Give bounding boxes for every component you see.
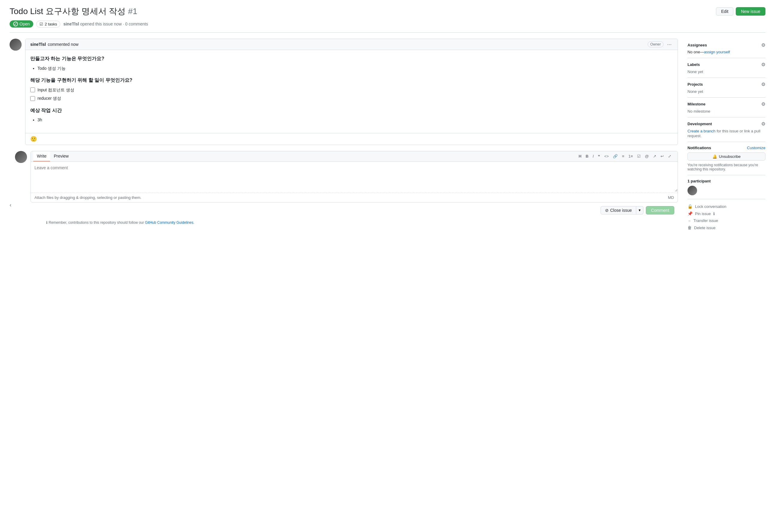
customize-notifications-button[interactable]: Customize — [747, 146, 765, 150]
milestone-value: No milestone — [688, 109, 710, 114]
comment-bullet-1: Todo 생성 기능 — [37, 65, 673, 72]
sidebar-projects-header: Projects ⚙ — [688, 81, 765, 87]
toolbar-quote[interactable]: ❝ — [596, 153, 602, 159]
open-label: Open — [19, 22, 30, 26]
checkbox-2[interactable] — [30, 96, 35, 101]
markdown-icon: MD — [668, 195, 674, 200]
development-gear-button[interactable]: ⚙ — [761, 121, 765, 127]
close-issue-label: Close issue — [610, 208, 632, 213]
assignees-gear-button[interactable]: ⚙ — [761, 42, 765, 48]
notifications-desc: You're receiving notifications because y… — [688, 163, 765, 171]
trash-icon: 🗑 — [688, 225, 692, 230]
comment-body: 만들고자 하는 기능은 무엇인가요? Todo 생성 기능 해당 기능을 구현하… — [25, 50, 678, 133]
comment-header-right: Owner ··· — [648, 41, 673, 47]
tab-preview[interactable]: Preview — [50, 151, 72, 161]
sidebar-labels-title: Labels — [688, 62, 700, 67]
transfer-issue-item[interactable]: → Transfer issue — [688, 217, 765, 224]
sidebar-development: Development ⚙ Create a branch for this i… — [688, 117, 765, 142]
sidebar-assignees-title: Assignees — [688, 43, 707, 47]
comment-author: sineTlsl — [30, 42, 46, 47]
toolbar-task-list[interactable]: ☑ — [636, 153, 642, 159]
labels-gear-button[interactable]: ⚙ — [761, 62, 765, 67]
unsubscribe-button[interactable]: 🔔 Unsubscribe — [688, 152, 765, 161]
checkbox-1-label: Input 컴포넌트 생성 — [37, 87, 74, 93]
sidebar-projects: Projects ⚙ None yet — [688, 78, 765, 98]
sidebar-development-header: Development ⚙ — [688, 121, 765, 127]
issue-number: #1 — [128, 7, 137, 16]
comment-box: sineTlsl commented now Owner ··· 만들고자 하는… — [25, 39, 678, 145]
lock-conversation-item[interactable]: 🔒 Lock conversation — [688, 203, 765, 210]
editor-wrapper: ‹ Write Preview H B I ❝ — [10, 151, 678, 225]
sidebar-assignees: Assignees ⚙ No one—assign yourself — [688, 39, 765, 58]
info-icon: ℹ — [713, 211, 715, 216]
status-comments: 0 comments — [125, 22, 148, 26]
toolbar-bold[interactable]: B — [584, 153, 590, 159]
toolbar-ordered-list[interactable]: 1≡ — [627, 153, 635, 159]
create-branch-link[interactable]: Create a branch — [688, 129, 715, 133]
comment-footer: 🙂 — [25, 133, 678, 145]
bell-icon: 🔔 — [712, 154, 717, 159]
editor-box: Write Preview H B I ❝ <> 🔗 ≡ 1≡ ☑ — [31, 151, 678, 202]
editor-container: Write Preview H B I ❝ <> 🔗 ≡ 1≡ ☑ — [31, 151, 678, 225]
notice-text: Remember, contributions to this reposito… — [49, 220, 144, 225]
lock-icon: 🔒 — [688, 204, 693, 209]
toolbar-unordered-list[interactable]: ≡ — [620, 153, 626, 159]
sidebar-milestone: Milestone ⚙ No milestone — [688, 98, 765, 117]
toolbar-italic[interactable]: I — [591, 153, 596, 159]
edit-button[interactable]: Edit — [716, 7, 733, 16]
community-guidelines-link[interactable]: GitHub Community Guidelines — [145, 220, 193, 225]
emoji-button[interactable]: 🙂 — [30, 136, 37, 142]
milestone-gear-button[interactable]: ⚙ — [761, 101, 765, 107]
header-actions: Edit New issue — [716, 7, 765, 16]
development-value: Create a branch for this issue or link a… — [688, 129, 765, 138]
more-options-button[interactable]: ··· — [666, 42, 673, 47]
projects-gear-button[interactable]: ⚙ — [761, 81, 765, 87]
sidebar-labels-header: Labels ⚙ — [688, 62, 765, 67]
assignees-value: No one—assign yourself — [688, 50, 765, 54]
status-author: sineTlsl — [63, 22, 79, 26]
toolbar-heading[interactable]: H — [577, 153, 583, 159]
open-badge: ✓ Open — [10, 20, 33, 28]
assign-yourself-link[interactable]: assign yourself — [704, 50, 730, 54]
pin-issue-item[interactable]: 📌 Pin issue ℹ — [688, 210, 765, 217]
editor-toolbar: H B I ❝ <> 🔗 ≡ 1≡ ☑ @ ↗ ↩ ⤢ — [575, 152, 675, 161]
toolbar-undo[interactable]: ↩ — [659, 153, 665, 159]
tasks-icon: ☑ — [40, 22, 43, 26]
checklist: Input 컴포넌트 생성 reducer 생성 — [30, 87, 673, 102]
checkbox-1[interactable] — [30, 87, 35, 92]
open-icon: ✓ — [13, 22, 18, 26]
toolbar-fullscreen[interactable]: ⤢ — [667, 153, 673, 159]
delete-issue-item[interactable]: 🗑 Delete issue — [688, 224, 765, 231]
participant-avatar — [688, 186, 697, 195]
comment-textarea[interactable] — [31, 162, 678, 192]
sidebar-assignees-header: Assignees ⚙ — [688, 42, 765, 48]
arrow-right-icon: → — [688, 219, 691, 223]
sidebar-participants: 1 participant — [688, 175, 765, 199]
tasks-badge: ☑ 2 tasks — [36, 21, 60, 28]
close-issue-button[interactable]: ⊘ Close issue — [601, 206, 636, 214]
collapse-button[interactable]: ‹ — [10, 202, 11, 208]
comment-header: sineTlsl commented now Owner ··· — [25, 39, 678, 50]
notice-suffix: . — [193, 220, 194, 225]
toolbar-link[interactable]: 🔗 — [611, 153, 619, 159]
close-issue-group: ⊘ Close issue ▾ — [601, 206, 643, 214]
toolbar-mention[interactable]: @ — [643, 153, 650, 159]
sidebar-notifications: Notifications Customize 🔔 Unsubscribe Yo… — [688, 142, 765, 175]
sidebar-labels: Labels ⚙ None yet — [688, 58, 765, 78]
notifications-title: Notifications — [688, 146, 711, 150]
header-divider — [10, 32, 765, 33]
projects-value: None yet — [688, 89, 703, 94]
comment-button[interactable]: Comment — [646, 206, 674, 214]
tab-write[interactable]: Write — [33, 151, 50, 161]
toolbar-code[interactable]: <> — [603, 153, 610, 159]
comment-heading-2: 해당 기능을 구현하기 위해 할 일이 무엇인가요? — [30, 76, 673, 84]
comment-header-left: sineTlsl commented now — [30, 42, 78, 47]
close-issue-dropdown[interactable]: ▾ — [636, 206, 643, 214]
toolbar-reference[interactable]: ↗ — [652, 153, 658, 159]
sidebar-projects-title: Projects — [688, 82, 703, 87]
issue-title-text: Todo List 요구사항 명세서 작성 — [10, 7, 126, 16]
sidebar-milestone-header: Milestone ⚙ — [688, 101, 765, 107]
new-issue-button[interactable]: New issue — [736, 7, 765, 16]
tasks-label: 2 tasks — [45, 22, 57, 26]
status-bar: ✓ Open ☑ 2 tasks sineTlsl opened this is… — [10, 20, 765, 28]
